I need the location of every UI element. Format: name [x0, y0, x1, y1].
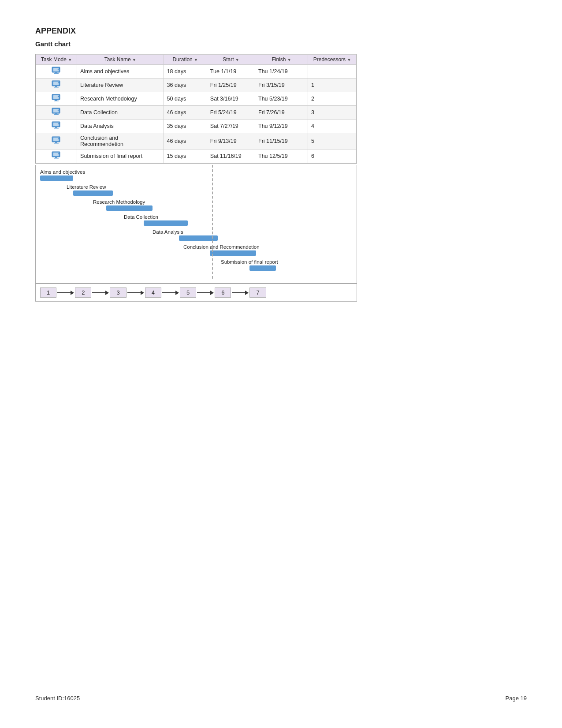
task-mode-cell: [36, 78, 77, 92]
table-row: Aims and objectives18 daysTue 1/1/19Thu …: [36, 65, 357, 78]
timeline-arrow-head: [210, 291, 214, 295]
task-mode-cell: [36, 65, 77, 78]
task-mode-cell: [36, 119, 77, 133]
timeline-arrow: [127, 291, 144, 295]
col-task-name[interactable]: Task Name ▼: [77, 55, 164, 65]
table-cell-finish: Fri 7/26/19: [255, 106, 308, 119]
svg-rect-26: [55, 157, 57, 158]
filter-arrow-task-mode[interactable]: ▼: [68, 58, 72, 62]
table-cell-name: Data Analysis: [77, 119, 164, 133]
table-cell-pred: 5: [308, 133, 357, 149]
table-row: Literature Review36 daysFri 1/25/19Fri 3…: [36, 78, 357, 92]
gantt-dashed-line: [212, 165, 213, 279]
gantt-task-label: Data Analysis: [153, 229, 183, 235]
gantt-row: Submission of final report: [40, 259, 352, 272]
col-task-mode[interactable]: Task Mode ▼: [36, 55, 77, 65]
timeline-box-1: 1: [40, 287, 56, 298]
table-cell-name: Submission of final report: [77, 149, 164, 163]
timeline-arrow-head: [245, 291, 249, 295]
svg-rect-15: [54, 114, 59, 115]
gantt-chart-subtitle: Gantt chart: [35, 40, 527, 48]
footer: Student ID:16025 Page 19: [0, 695, 562, 702]
filter-arrow-start[interactable]: ▼: [235, 58, 239, 62]
gantt-bar: [73, 190, 113, 196]
table-cell-pred: 4: [308, 119, 357, 133]
table-cell-name: Data Collection: [77, 106, 164, 119]
gantt-task-label: Data Collection: [124, 214, 158, 220]
table-cell-start: Fri 9/13/19: [207, 133, 255, 149]
table-cell-name: Literature Review: [77, 78, 164, 92]
filter-arrow-predecessors[interactable]: ▼: [347, 58, 351, 62]
gantt-row: Literature Review: [40, 184, 352, 197]
gantt-bar: [40, 175, 73, 181]
gantt-task-label: Research Methodology: [93, 199, 145, 205]
task-mode-cell: [36, 149, 77, 163]
svg-rect-6: [55, 86, 57, 87]
table-cell-finish: Thu 9/12/19: [255, 119, 308, 133]
timeline-arrow-line: [57, 292, 71, 293]
student-id: Student ID:16025: [35, 695, 80, 702]
table-cell-start: Sat 7/27/19: [207, 119, 255, 133]
svg-rect-14: [55, 113, 57, 114]
table-cell-pred: 2: [308, 92, 357, 106]
svg-rect-19: [54, 128, 59, 129]
table-cell-duration: 46 days: [164, 133, 207, 149]
filter-arrow-finish[interactable]: ▼: [287, 58, 291, 62]
gantt-task-label: Aims and objectives: [40, 169, 85, 175]
timeline-arrow-head: [71, 291, 74, 295]
timeline-arrow-line: [127, 292, 141, 293]
timeline-arrow-line: [232, 292, 245, 293]
gantt-bar: [144, 220, 188, 226]
svg-rect-22: [55, 142, 57, 143]
task-mode-cell: [36, 106, 77, 119]
gantt-table: Task Mode ▼ Task Name ▼ Duration ▼ Start…: [36, 54, 357, 163]
col-duration[interactable]: Duration ▼: [164, 55, 207, 65]
table-cell-start: Fri 5/24/19: [207, 106, 255, 119]
table-row: Research Methodology50 daysSat 3/16/19Th…: [36, 92, 357, 106]
gantt-row: Data Analysis: [40, 229, 352, 242]
gantt-bar: [106, 205, 153, 211]
table-cell-duration: 35 days: [164, 119, 207, 133]
gantt-visual-wrapper: Aims and objectivesLiterature ReviewRese…: [35, 165, 357, 302]
task-mode-cell: [36, 92, 77, 106]
table-cell-duration: 50 days: [164, 92, 207, 106]
timeline-arrow: [197, 291, 214, 295]
col-finish[interactable]: Finish ▼: [255, 55, 308, 65]
filter-arrow-task-name[interactable]: ▼: [132, 58, 136, 62]
table-row: Data Collection46 daysFri 5/24/19Fri 7/2…: [36, 106, 357, 119]
gantt-row: Data Collection: [40, 214, 352, 227]
timeline-arrow: [57, 291, 74, 295]
gantt-task-label: Conclusion and Recommendetion: [183, 244, 260, 250]
table-cell-start: Fri 1/25/19: [207, 78, 255, 92]
table-row: Conclusion and Recommendetion46 daysFri …: [36, 133, 357, 149]
table-row: Data Analysis35 daysSat 7/27/19Thu 9/12/…: [36, 119, 357, 133]
table-cell-name: Aims and objectives: [77, 65, 164, 78]
timeline-arrow: [232, 291, 249, 295]
table-cell-duration: 15 days: [164, 149, 207, 163]
table-cell-finish: Thu 1/24/19: [255, 65, 308, 78]
gantt-table-wrapper: Task Mode ▼ Task Name ▼ Duration ▼ Start…: [35, 54, 357, 164]
svg-rect-18: [55, 127, 57, 128]
timeline-arrow-line: [162, 292, 175, 293]
table-cell-name: Conclusion and Recommendetion: [77, 133, 164, 149]
gantt-row: Research Methodology: [40, 199, 352, 212]
table-row: Submission of final report15 daysSat 11/…: [36, 149, 357, 163]
gantt-row: Conclusion and Recommendetion: [40, 244, 352, 257]
task-mode-cell: [36, 133, 77, 149]
gantt-task-label: Literature Review: [67, 184, 106, 190]
col-predecessors[interactable]: Predecessors ▼: [308, 55, 357, 65]
timeline-arrow-line: [197, 292, 210, 293]
timeline-arrow-line: [92, 292, 105, 293]
svg-rect-27: [54, 158, 59, 159]
table-cell-duration: 46 days: [164, 106, 207, 119]
table-cell-pred: [308, 65, 357, 78]
svg-rect-2: [55, 72, 57, 73]
timeline-box-6: 6: [215, 287, 231, 298]
table-cell-pred: 3: [308, 106, 357, 119]
appendix-title: APPENDIX: [35, 26, 527, 36]
filter-arrow-duration[interactable]: ▼: [194, 58, 198, 62]
timeline-arrow-head: [175, 291, 179, 295]
timeline-arrow: [92, 291, 109, 295]
col-start[interactable]: Start ▼: [207, 55, 255, 65]
gantt-row: Aims and objectives: [40, 169, 352, 182]
